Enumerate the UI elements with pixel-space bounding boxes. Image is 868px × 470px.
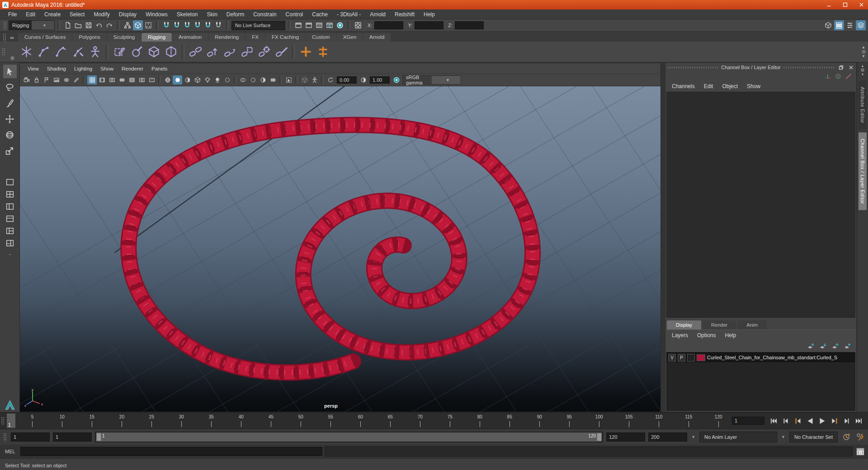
show-channel-box-icon[interactable]: [856, 20, 866, 30]
auto-keyframe-icon[interactable]: [841, 432, 852, 442]
scale-tool[interactable]: [3, 144, 17, 157]
layer-editor-tab-render[interactable]: Render: [702, 320, 736, 329]
drag-handle[interactable]: [3, 33, 6, 42]
step-back-key-button[interactable]: [793, 415, 803, 426]
toolbox-collapse-button[interactable]: -: [4, 251, 16, 257]
manip-axis-icon[interactable]: [824, 73, 832, 80]
shelf-tab-rendering[interactable]: Rendering: [208, 33, 245, 42]
scroll-down-icon[interactable]: ▼: [862, 54, 865, 58]
anim-layer-dropdown-icon[interactable]: ▼: [780, 435, 786, 439]
shelf-tab-fx-caching[interactable]: FX Caching: [265, 33, 305, 42]
layer-playback-toggle[interactable]: P: [678, 354, 685, 362]
scroll-thumb[interactable]: [862, 50, 866, 54]
channel-box-menu-channels[interactable]: Channels: [667, 82, 699, 90]
move-tool[interactable]: [3, 112, 17, 126]
panel-menu-panels[interactable]: Panels: [147, 65, 171, 72]
paint-select-tool[interactable]: [3, 96, 17, 110]
playback-end-input[interactable]: [606, 432, 645, 442]
safe-title-icon[interactable]: T: [147, 75, 156, 85]
channel-box-menu-edit[interactable]: Edit: [699, 82, 718, 90]
select-by-hierarchy-icon[interactable]: [123, 20, 132, 30]
shelf-tab-fx[interactable]: FX: [245, 33, 265, 42]
menu-windows[interactable]: Windows: [141, 10, 172, 19]
manip-slow-icon[interactable]: [834, 73, 842, 80]
step-back-frame-button[interactable]: [780, 415, 791, 426]
range-start-handle[interactable]: [96, 433, 101, 441]
step-forward-frame-button[interactable]: [841, 415, 852, 426]
show-modeling-toolkit-icon[interactable]: [823, 20, 833, 30]
isolate-select-icon[interactable]: [284, 75, 293, 85]
fog-icon[interactable]: [268, 75, 278, 85]
panel-menu-shading[interactable]: Shading: [43, 65, 70, 72]
layout-split-right[interactable]: [4, 238, 16, 249]
z-input[interactable]: [455, 21, 484, 29]
animation-end-input[interactable]: [648, 432, 687, 442]
field-chart-icon[interactable]: [127, 75, 137, 85]
ipr-render-icon[interactable]: IPR: [314, 20, 324, 30]
menu-select[interactable]: Select: [65, 10, 89, 19]
drag-handle[interactable]: [3, 21, 7, 29]
layer-menu-layers[interactable]: Layers: [667, 331, 693, 339]
menu-modify[interactable]: Modify: [89, 10, 114, 19]
gate-mask-icon[interactable]: [117, 75, 127, 85]
drag-handle[interactable]: [2, 48, 5, 56]
redo-icon[interactable]: [104, 20, 114, 30]
menu-help[interactable]: Help: [419, 10, 439, 19]
menu-create[interactable]: Create: [40, 10, 65, 19]
grease-pencil-icon[interactable]: [71, 75, 81, 85]
safe-action-icon[interactable]: [137, 75, 146, 85]
layer-color-swatch[interactable]: [697, 354, 705, 361]
y-input[interactable]: [415, 21, 443, 29]
move-layer-down-icon[interactable]: [818, 342, 827, 350]
channel-box-menu-object[interactable]: Object: [717, 82, 742, 90]
drag-handle[interactable]: [1, 417, 5, 425]
detach-skin-icon[interactable]: [222, 43, 238, 61]
create-joints-icon[interactable]: [18, 43, 34, 61]
select-camera-icon[interactable]: [22, 75, 31, 85]
shelf-tab-polygons[interactable]: Polygons: [72, 33, 106, 42]
panel-drag-dots[interactable]: [667, 67, 718, 68]
character-set-dropdown[interactable]: No Character Set: [789, 432, 838, 442]
smooth-bind-icon[interactable]: [187, 43, 203, 61]
shelf-tab-animation[interactable]: Animation: [172, 33, 208, 42]
view-transform-dropdown[interactable]: sRGB gamma ▼: [402, 75, 461, 85]
layer-visibility-toggle[interactable]: V: [668, 354, 676, 362]
animation-preferences-icon[interactable]: [855, 432, 866, 442]
layout-four-pane[interactable]: [4, 189, 16, 200]
select-by-component-icon[interactable]: [143, 20, 153, 30]
panel-menu-view[interactable]: View: [24, 65, 43, 72]
shelf-tab-custom[interactable]: Custom: [306, 33, 336, 42]
range-slider-bar[interactable]: 1 120: [95, 432, 603, 442]
animation-start-input[interactable]: [11, 432, 50, 442]
menu-cache[interactable]: Cache: [307, 10, 332, 19]
drag-handle[interactable]: [3, 433, 7, 441]
command-input[interactable]: [20, 447, 322, 456]
gamma-icon[interactable]: [359, 75, 368, 85]
image-plane-icon[interactable]: [52, 75, 61, 85]
side-tab-channel-box-layer-editor[interactable]: Channel Box / Layer Editor: [859, 132, 867, 210]
shelf-editor-gear-icon[interactable]: [6, 43, 18, 61]
lock-camera-icon[interactable]: [32, 75, 41, 85]
panel-drag-dots[interactable]: [783, 67, 835, 68]
minimize-button[interactable]: [822, 1, 835, 9]
panel-menu-renderer[interactable]: Renderer: [118, 65, 147, 72]
current-frame-input[interactable]: [732, 417, 764, 425]
menu-skin[interactable]: Skin: [203, 10, 222, 19]
shelf-tab-rigging[interactable]: Rigging: [142, 33, 172, 42]
wireframe-icon[interactable]: [163, 75, 172, 85]
menu-deform[interactable]: Deform: [222, 10, 249, 19]
layer-row[interactable]: VPCurled_Steel_Chain_for_Chainsaw_mb_sta…: [667, 352, 855, 363]
channel-box-menu-show[interactable]: Show: [742, 82, 765, 90]
select-by-object-icon[interactable]: [133, 20, 143, 30]
snap-to-curves-icon[interactable]: [172, 20, 182, 30]
script-editor-icon[interactable]: {;}: [855, 446, 866, 456]
ssao-icon[interactable]: [222, 75, 232, 85]
film-gate-icon[interactable]: [97, 75, 107, 85]
menu-3dtoall[interactable]: - 3DtoAll -: [332, 10, 365, 19]
snap-together-icon[interactable]: [353, 20, 363, 30]
shelf-tab-xgen[interactable]: XGen: [337, 33, 363, 42]
scroll-up-icon[interactable]: ▲: [861, 64, 864, 67]
layer-name[interactable]: Curled_Steel_Chain_for_Chainsaw_mb_stand…: [707, 355, 837, 360]
2d-pan-zoom-icon[interactable]: [61, 75, 71, 85]
create-layer-from-selected-icon[interactable]: [843, 342, 852, 350]
